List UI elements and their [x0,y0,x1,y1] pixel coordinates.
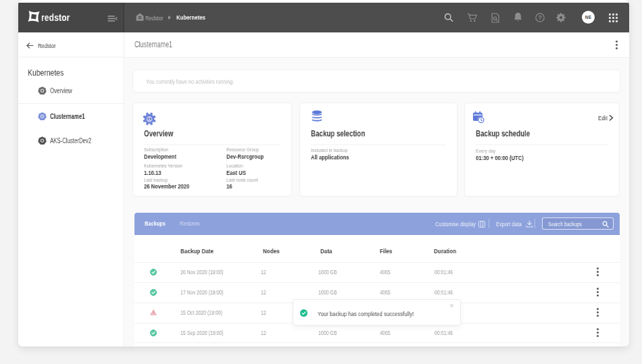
svg-text:?: ? [538,14,541,21]
